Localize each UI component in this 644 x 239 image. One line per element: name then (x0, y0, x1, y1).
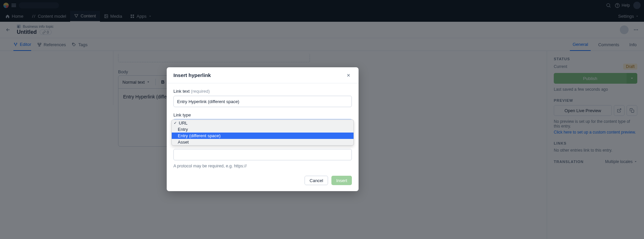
heading-select[interactable]: Normal text (122, 80, 150, 85)
tab-tags[interactable]: Tags (72, 38, 87, 51)
hamburger-icon[interactable] (11, 4, 16, 7)
back-button[interactable] (4, 26, 12, 34)
link-icon (42, 30, 46, 34)
bold-button[interactable]: B (161, 79, 164, 85)
option-asset[interactable]: Asset (172, 139, 354, 145)
link-target-input[interactable] (173, 149, 352, 160)
link-type-dropdown: ✓ URL Entry Entry (different space) Asse… (171, 119, 354, 146)
topbar: Help (0, 0, 526, 11)
toolbar-separator (155, 79, 156, 85)
svg-point-14 (16, 43, 17, 44)
nav-home[interactable]: Home (1, 11, 28, 22)
nav-apps[interactable]: Apps (126, 11, 156, 22)
svg-rect-17 (40, 43, 41, 44)
check-icon: ✓ (174, 121, 177, 125)
insert-button[interactable]: Insert (331, 176, 352, 185)
svg-point-13 (14, 43, 15, 44)
tab-tags-label: Tags (78, 42, 87, 47)
option-asset-label: Asset (178, 140, 189, 145)
tab-editor[interactable]: Editor (13, 38, 31, 51)
tag-icon (72, 43, 76, 47)
svg-rect-18 (39, 45, 40, 46)
field-divider (113, 51, 113, 105)
body-field-label: Body (118, 69, 128, 74)
nav-content-model[interactable]: Content model (28, 11, 70, 22)
nav-media[interactable]: Media (100, 11, 126, 22)
nav-content[interactable]: Content (70, 11, 100, 22)
entry-header: ◧ Business info topic Untitled 0 (0, 22, 526, 38)
content-type-icon: ◧ (17, 24, 21, 28)
nav-content-model-label: Content model (38, 14, 66, 19)
svg-rect-16 (38, 43, 39, 44)
link-text-input[interactable] (173, 96, 352, 107)
svg-rect-9 (133, 16, 134, 18)
breadcrumb: Business info topic (23, 24, 54, 28)
option-entry-different-space[interactable]: Entry (different space) (172, 133, 354, 139)
modal-title: Insert hyperlink (173, 72, 211, 78)
page-title: Untitled (17, 29, 37, 35)
option-entry[interactable]: Entry (172, 126, 354, 133)
nav-home-label: Home (12, 14, 23, 19)
close-button[interactable] (345, 72, 352, 79)
tabs-row: Editor References Tags General Comments … (0, 38, 526, 51)
tab-references-label: References (44, 42, 66, 47)
svg-point-19 (73, 43, 73, 44)
nav-content-label: Content (80, 13, 96, 18)
close-icon (346, 73, 351, 78)
protocol-hint: A protocol may be required, e.g. https:/… (173, 164, 352, 168)
chevron-down-icon (147, 80, 150, 84)
references-icon (37, 43, 42, 47)
nav-apps-label: Apps (137, 14, 147, 19)
link-type-label: Link type (173, 112, 352, 117)
main-nav: Home Content model Content Media Apps Se… (0, 11, 526, 22)
option-url[interactable]: ✓ URL (172, 120, 354, 126)
editor-icon (13, 42, 18, 47)
space-selector[interactable] (19, 2, 59, 8)
svg-rect-6 (131, 14, 132, 16)
prev-field-placeholder (118, 54, 310, 62)
link-count: 0 (47, 30, 49, 34)
option-entry-label: Entry (178, 127, 188, 132)
svg-point-15 (15, 45, 16, 46)
svg-point-5 (105, 15, 106, 16)
tab-references[interactable]: References (37, 38, 66, 51)
option-url-label: URL (179, 121, 187, 126)
cancel-button[interactable]: Cancel (305, 176, 328, 185)
required-label: (required) (191, 89, 210, 94)
link-text-label-text: Link text (173, 89, 190, 94)
nav-media-label: Media (110, 14, 122, 19)
link-text-label: Link text (required) (173, 89, 352, 94)
svg-rect-8 (131, 16, 132, 18)
chevron-down-icon (149, 15, 152, 18)
heading-select-label: Normal text (122, 80, 145, 85)
option-entry-diff-label: Entry (different space) (178, 133, 221, 138)
tab-editor-label: Editor (20, 42, 31, 47)
insert-hyperlink-modal: Insert hyperlink Link text (required) Li… (167, 67, 359, 191)
app-logo[interactable] (3, 3, 9, 8)
link-count-chip[interactable]: 0 (40, 29, 52, 35)
svg-rect-7 (133, 14, 134, 16)
